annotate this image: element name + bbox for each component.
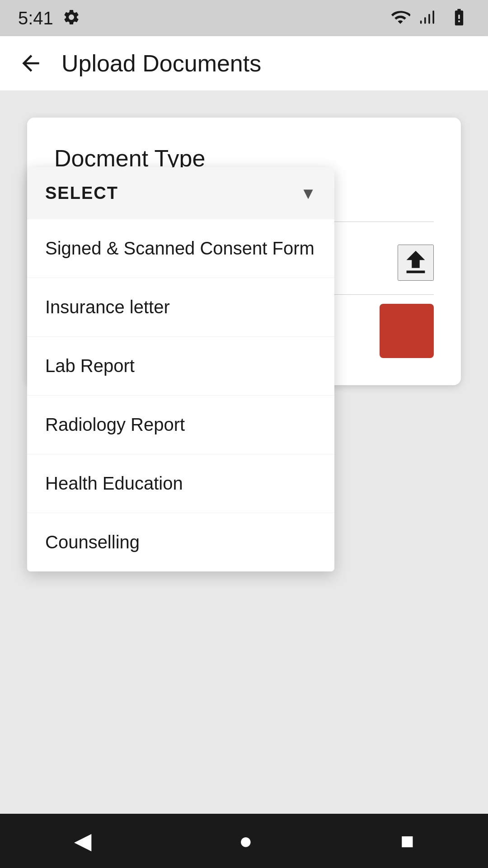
dropdown-select-label: SELECT (45, 184, 118, 203)
nav-home-button[interactable]: ● (239, 828, 253, 854)
dropdown-header[interactable]: SELECT ▼ (27, 167, 334, 219)
back-button[interactable] (18, 51, 43, 76)
status-bar-right (390, 7, 470, 29)
status-bar: 5:41 (0, 0, 488, 36)
chevron-down-icon: ▼ (300, 184, 316, 203)
page-title: Upload Documents (61, 50, 261, 77)
status-time: 5:41 (18, 8, 53, 28)
app-bar: Upload Documents (0, 36, 488, 90)
dropdown-item-lab-report[interactable]: Lab Report (27, 337, 334, 396)
dropdown-item-radiology-report[interactable]: Radiology Report (27, 396, 334, 454)
dropdown-menu: SELECT ▼ Signed & Scanned Consent Form I… (27, 167, 334, 571)
upload-button[interactable] (398, 245, 434, 281)
document-type-card: Docment Type Upload (27, 118, 461, 385)
nav-recent-button[interactable]: ■ (400, 828, 414, 854)
submit-button[interactable] (380, 304, 434, 358)
nav-back-button[interactable]: ◀ (74, 828, 91, 854)
dropdown-item-health-education[interactable]: Health Education (27, 454, 334, 513)
dropdown-item-counselling[interactable]: Counselling (27, 513, 334, 571)
main-content: Docment Type Upload (0, 90, 488, 814)
battery-icon (448, 7, 470, 29)
signal-icon (419, 7, 439, 29)
wifi-icon (390, 7, 410, 29)
bottom-nav-bar: ◀ ● ■ (0, 814, 488, 868)
settings-icon (62, 8, 80, 28)
dropdown-item-insurance[interactable]: Insurance letter (27, 278, 334, 337)
status-bar-left: 5:41 (18, 8, 80, 28)
dropdown-item-consent[interactable]: Signed & Scanned Consent Form (27, 219, 334, 278)
